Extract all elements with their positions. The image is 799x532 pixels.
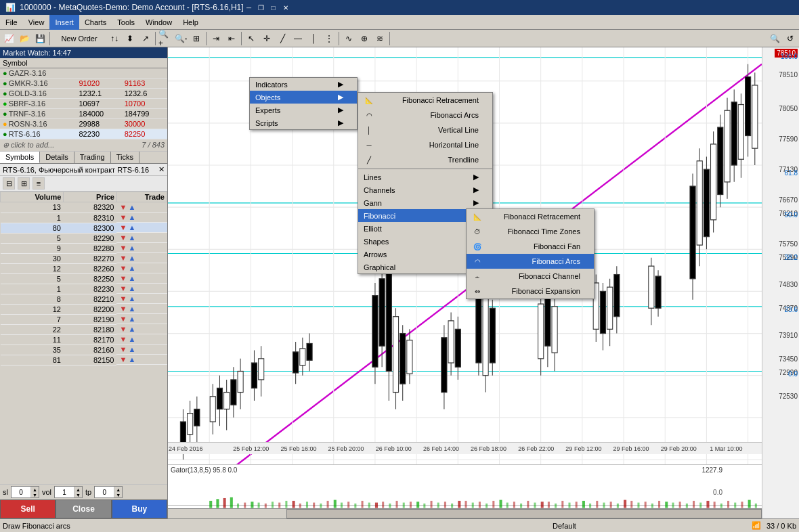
add-symbol-row[interactable]: ⊕ click to add... 7 / 843 — [0, 139, 167, 152]
menu-objects[interactable]: Objects ▶ — [250, 91, 357, 104]
tab-details[interactable]: Details — [40, 152, 74, 163]
trade-row[interactable]: 22 82180 ▼ ▲ — [1, 324, 167, 334]
close-button[interactable]: Close — [56, 500, 111, 518]
tab-ticks[interactable]: Ticks — [111, 152, 139, 163]
vol-input[interactable]: ▲ ▼ — [54, 486, 83, 498]
sl-up[interactable]: ▲ — [30, 487, 39, 492]
minimize-button[interactable]: ─ — [244, 2, 255, 13]
tb-btn3[interactable]: ↗ — [138, 31, 153, 46]
trade-arrows[interactable]: ▼ ▲ — [116, 334, 167, 345]
obj-fib-retracement[interactable]: 📐 Fibonacci Retracement — [358, 93, 492, 108]
open-button[interactable]: 📂 — [17, 31, 32, 46]
trade-row[interactable]: 30 82270 ▼ ▲ — [1, 253, 167, 263]
vol-down[interactable]: ▼ — [74, 492, 82, 497]
menu-experts[interactable]: Experts ▶ — [250, 104, 357, 116]
tp-down[interactable]: ▼ — [114, 492, 122, 497]
trade-row[interactable]: 7 82190 ▼ ▲ — [1, 314, 167, 324]
trade-row[interactable]: 1 82230 ▼ ▲ — [1, 284, 167, 294]
tab-trading[interactable]: Trading — [74, 152, 111, 163]
trade-icon2[interactable]: ⊞ — [18, 177, 30, 190]
fib-channel[interactable]: ⫠ Fibonacci Channel — [467, 269, 594, 284]
obj-gann[interactable]: Gann ▶ — [358, 196, 492, 209]
trade-arrows[interactable]: ▼ ▲ — [116, 202, 167, 213]
sl-input[interactable]: ▲ ▼ — [11, 486, 39, 498]
save-button[interactable]: 💾 — [33, 31, 47, 46]
trade-row[interactable]: 80 82300 ▼ ▲ — [1, 223, 167, 233]
restore-button[interactable]: ❐ — [256, 2, 267, 13]
menu-scripts[interactable]: Scripts ▶ — [250, 116, 357, 129]
trade-row[interactable]: 5 82250 ▼ ▲ — [1, 273, 167, 284]
trade-row[interactable]: 8 82210 ▼ ▲ — [1, 294, 167, 304]
fib-timezones[interactable]: ⏱ Fibonacci Time Zones — [467, 224, 594, 239]
trade-arrows[interactable]: ▼ ▲ — [116, 263, 167, 273]
symbol-row-trnf[interactable]: ●TRNF-3.16 184000 184799 — [0, 109, 167, 119]
tp-value[interactable] — [95, 487, 114, 497]
trade-arrows[interactable]: ▼ ▲ — [116, 284, 167, 294]
trade-row[interactable]: 35 82160 ▼ ▲ — [1, 345, 167, 355]
trade-icon1[interactable]: ⊟ — [3, 177, 15, 190]
line-button[interactable]: ╱ — [275, 31, 290, 46]
obj-trendline[interactable]: ╱ Trendline — [358, 152, 492, 167]
tab-symbols[interactable]: Symbols — [0, 152, 40, 163]
vol-value[interactable] — [55, 487, 74, 497]
maximize-button[interactable]: □ — [268, 2, 279, 13]
close-button[interactable]: ✕ — [280, 2, 291, 13]
symbol-row-gazr[interactable]: ●GAZR-3.16 — [0, 68, 167, 79]
scroll-right-button[interactable]: ⇥ — [209, 31, 223, 46]
trade-arrows[interactable]: ▼ ▲ — [116, 355, 167, 365]
obj-channels[interactable]: Channels ▶ — [358, 183, 492, 196]
menu-tools[interactable]: Tools — [112, 15, 140, 30]
zoom-out-button[interactable]: 🔍- — [173, 31, 188, 46]
new-order-button[interactable]: New Order — [52, 31, 106, 46]
trade-row[interactable]: 9 82280 ▼ ▲ — [1, 243, 167, 253]
trade-arrows[interactable]: ▼ ▲ — [116, 223, 167, 233]
menu-window[interactable]: Window — [140, 15, 177, 30]
trade-row[interactable]: 12 82260 ▼ ▲ — [1, 263, 167, 273]
trade-arrows[interactable]: ▼ ▲ — [116, 345, 167, 355]
menu-view[interactable]: View — [23, 15, 50, 30]
fib-retracement2[interactable]: 📐 Fibonacci Retracement — [467, 209, 594, 224]
menu-file[interactable]: File — [0, 15, 23, 30]
trade-arrows[interactable]: ▼ ▲ — [116, 273, 167, 284]
chart-area[interactable]: 78510 78510 78050 77590 77130 61.8 76670… — [168, 47, 799, 518]
buy-button[interactable]: Buy — [112, 500, 167, 518]
horizontal-scrollbar[interactable] — [168, 508, 762, 518]
trade-row[interactable]: 11 82170 ▼ ▲ — [1, 334, 167, 345]
tb-btn2[interactable]: ⬍ — [123, 31, 137, 46]
symbol-row-gmkr[interactable]: ●GMKR-3.16 91020 91163 — [0, 79, 167, 89]
trade-arrows[interactable]: ▼ ▲ — [116, 324, 167, 334]
fib-button[interactable]: ∿ — [341, 31, 356, 46]
new-chart-button[interactable]: 📈 — [1, 31, 16, 46]
trade-row[interactable]: 5 82290 ▼ ▲ — [1, 233, 167, 243]
scroll-left-button[interactable]: ⇤ — [224, 31, 239, 46]
vol-up[interactable]: ▲ — [74, 487, 82, 492]
sl-down[interactable]: ▼ — [30, 492, 39, 497]
tb-extra2[interactable]: ≋ — [372, 31, 387, 46]
sl-value[interactable] — [12, 487, 30, 497]
fit-button[interactable]: ⊞ — [189, 31, 204, 46]
fib-arcs2[interactable]: ◠ Fibonacci Arcs — [467, 254, 594, 269]
fib-fan[interactable]: 🌀 Fibonacci Fan — [467, 239, 594, 254]
obj-vline[interactable]: │ Vertical Line — [358, 123, 492, 137]
obj-fib-arcs[interactable]: ◠ Fibonacci Arcs — [358, 108, 492, 123]
symbol-row-rosn[interactable]: ●ROSN-3.16 29988 30000 — [0, 119, 167, 129]
sell-button[interactable]: Sell — [0, 500, 56, 518]
trade-arrows[interactable]: ▼ ▲ — [116, 253, 167, 263]
trade-arrows[interactable]: ▼ ▲ — [116, 213, 167, 223]
tp-up[interactable]: ▲ — [114, 487, 122, 492]
obj-lines[interactable]: Lines ▶ — [358, 171, 492, 183]
vline-button[interactable]: │ — [306, 31, 321, 46]
refresh-button[interactable]: ↺ — [783, 31, 798, 46]
trade-arrows[interactable]: ▼ ▲ — [116, 233, 167, 243]
trade-arrows[interactable]: ▼ ▲ — [116, 304, 167, 314]
menu-help[interactable]: Help — [177, 15, 204, 30]
trade-row[interactable]: 13 82320 ▼ ▲ — [1, 202, 167, 213]
symbol-row-gold[interactable]: ●GOLD-3.16 1232.1 1232.6 — [0, 89, 167, 99]
search-button[interactable]: 🔍 — [767, 31, 782, 46]
period-sep-button[interactable]: ⋮ — [322, 31, 337, 46]
trade-row[interactable]: 12 82200 ▼ ▲ — [1, 304, 167, 314]
symbol-row-sbrf[interactable]: ●SBRF-3.16 10697 10700 — [0, 99, 167, 109]
tb-extra1[interactable]: ⊕ — [357, 31, 372, 46]
crosshair-button[interactable]: ✛ — [259, 31, 274, 46]
tb-btn1[interactable]: ↑↓ — [107, 31, 122, 46]
